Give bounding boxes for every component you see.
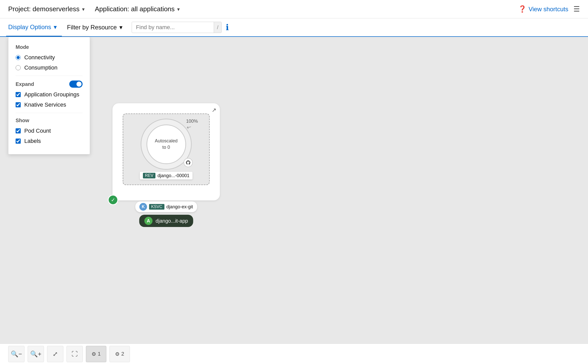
find-input[interactable] (132, 24, 214, 31)
grid-icon[interactable]: ☰ (573, 5, 580, 13)
fit-screen-icon: ⤢ (53, 350, 58, 358)
topbar: Project: demoserverless ▾ Application: a… (0, 0, 588, 18)
k-circle: K (139, 203, 147, 211)
consumption-label: Consumption (24, 64, 58, 71)
topology-1-icon: ⚙ (92, 351, 96, 357)
view-shortcuts-link[interactable]: ❓ View shortcuts (518, 5, 568, 13)
mode-section-label: Mode (16, 44, 83, 50)
bottom-toolbar: 🔍− 🔍+ ⤢ ⛶ ⚙ 1 ⚙ 2 (0, 344, 588, 364)
zoom-out-icon: 🔍− (11, 350, 22, 358)
app-chevron-icon: ▾ (177, 6, 180, 12)
pod-count-checkbox[interactable] (16, 128, 21, 133)
display-options-panel: Mode Connectivity Consumption Expand App… (8, 37, 90, 154)
consumption-radio[interactable] (16, 65, 21, 70)
topology-2-button[interactable]: ⚙ 2 (109, 346, 130, 362)
show-section-label: Show (16, 118, 83, 123)
external-link-icon[interactable]: ↗ (212, 107, 216, 113)
display-options-button[interactable]: Display Options ▾ (6, 18, 62, 37)
topology-2-icon: ⚙ (115, 351, 120, 357)
slash-shortcut: / (214, 22, 222, 33)
a-circle: A (144, 217, 153, 225)
view-shortcuts-label: View shortcuts (528, 6, 568, 13)
labels-label: Labels (24, 138, 41, 144)
connectivity-option[interactable]: Connectivity (16, 54, 83, 61)
pod-count-option[interactable]: Pod Count (16, 128, 83, 134)
autoscaled-ring-inner: Autoscaled to 0 (146, 124, 186, 164)
expand-toggle[interactable] (69, 81, 83, 88)
revision-badge[interactable]: REV django...-00001 (140, 172, 193, 179)
find-input-wrapper: / (132, 22, 222, 33)
app-label: Application: all applications (95, 5, 175, 13)
divider-2 (16, 113, 83, 113)
zoom-in-icon: 🔍+ (30, 350, 41, 358)
connectivity-radio[interactable] (16, 55, 21, 60)
pod-count-label: Pod Count (24, 128, 51, 134)
display-options-label: Display Options (8, 24, 51, 31)
topology-2-label: 2 (121, 351, 124, 357)
expand-row: Expand (16, 81, 83, 88)
info-icon[interactable]: ℹ (226, 22, 229, 32)
connectivity-label: Connectivity (24, 54, 55, 61)
topbar-left: Project: demoserverless ▾ Application: a… (8, 5, 180, 13)
filter-resource-button[interactable]: Filter by Resource ▾ (62, 18, 128, 37)
rev-tag: REV (143, 173, 155, 178)
project-chevron-icon: ▾ (82, 6, 85, 12)
topbar-right: ❓ View shortcuts ☰ (518, 5, 580, 13)
autoscaled-text: Autoscaled to 0 (155, 138, 177, 151)
app-groupings-option[interactable]: Application Groupings (16, 91, 83, 98)
github-icon[interactable] (184, 158, 193, 167)
ksvc-tag: KSVC (149, 204, 164, 210)
knative-services-option[interactable]: Knative Services (16, 101, 83, 108)
divider-1 (16, 76, 83, 76)
rev-name: django...-00001 (157, 173, 189, 178)
consumption-option[interactable]: Consumption (16, 64, 83, 71)
toolbar: Display Options ▾ Filter by Resource ▾ /… (0, 18, 588, 37)
topology-1-button[interactable]: ⚙ 1 (86, 346, 106, 362)
filter-resource-label: Filter by Resource (67, 24, 117, 31)
zoom-in-button[interactable]: 🔍+ (28, 346, 44, 362)
app-selector[interactable]: Application: all applications ▾ (95, 5, 180, 13)
success-badge: ✓ (108, 195, 118, 205)
ksvc-label-row[interactable]: K KSVC django-ex-git (135, 201, 197, 212)
topology-node: 100% ↙ Autoscaled to 0 (112, 103, 220, 200)
project-label: Project: demoserverless (8, 5, 80, 13)
question-icon: ❓ (518, 5, 526, 13)
ksvc-inner-box: 100% ↙ Autoscaled to 0 (123, 113, 210, 185)
knative-services-checkbox[interactable] (16, 102, 21, 107)
app-group-box[interactable]: 100% ↙ Autoscaled to 0 (112, 103, 220, 200)
app-groupings-label: Application Groupings (24, 91, 79, 98)
app-groupings-checkbox[interactable] (16, 92, 21, 97)
labels-checkbox[interactable] (16, 139, 21, 144)
expand-icon: ⛶ (72, 350, 78, 358)
expand-button[interactable]: ⛶ (66, 346, 83, 362)
filter-chevron-icon: ▾ (119, 24, 122, 31)
percent-label: 100% (186, 119, 198, 124)
expand-section-label: Expand (16, 81, 34, 87)
knative-services-label: Knative Services (24, 101, 66, 108)
toggle-knob (76, 82, 82, 87)
ksvc-name: django-ex-git (166, 204, 193, 210)
zoom-out-button[interactable]: 🔍− (8, 346, 25, 362)
display-options-chevron-icon: ▾ (54, 24, 57, 31)
app-label-row[interactable]: A django...it-app (139, 215, 193, 227)
project-selector[interactable]: Project: demoserverless ▾ (8, 5, 85, 13)
topology-1-label: 1 (98, 351, 100, 357)
app-name: django...it-app (156, 218, 188, 224)
labels-option[interactable]: Labels (16, 138, 83, 144)
fit-screen-button[interactable]: ⤢ (47, 346, 63, 362)
